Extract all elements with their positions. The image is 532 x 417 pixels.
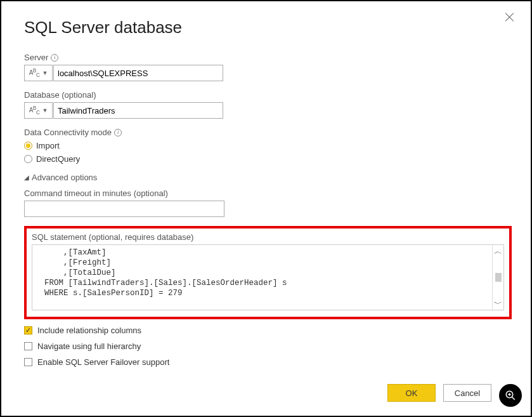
ok-button[interactable]: OK — [387, 384, 436, 402]
checkbox-unchecked-icon — [24, 358, 32, 366]
checkbox-hierarchy-label: Navigate using full hierarchy — [37, 341, 141, 351]
info-icon[interactable]: i — [51, 54, 58, 62]
advanced-options-label: Advanced options — [32, 173, 97, 182]
timeout-label: Command timeout in minutes (optional) — [24, 189, 512, 198]
chevron-down-icon: ▼ — [42, 70, 48, 76]
sql-text-content: ,[TaxAmt] ,[Freight] ,[TotalDue] FROM [T… — [32, 245, 492, 310]
radio-import-label: Import — [36, 141, 60, 150]
dialog-frame: SQL Server database Server i ABC ▼ Datab… — [0, 0, 532, 417]
radio-directquery[interactable]: DirectQuery — [24, 154, 512, 164]
database-input[interactable] — [53, 102, 223, 119]
sql-label: SQL statement (optional, requires databa… — [32, 232, 504, 242]
advanced-options-toggle[interactable]: ◢ Advanced options — [24, 173, 512, 182]
scroll-thumb[interactable] — [495, 273, 502, 282]
chevron-down-icon: ▼ — [42, 107, 48, 114]
database-type-dropdown[interactable]: ABC ▼ — [24, 102, 53, 119]
abc-icon: ABC — [29, 67, 40, 78]
server-field-row: ABC ▼ — [24, 65, 512, 81]
server-input[interactable] — [53, 65, 223, 81]
sql-textarea[interactable]: ,[TaxAmt] ,[Freight] ,[TotalDue] FROM [T… — [32, 244, 504, 310]
radio-directquery-label: DirectQuery — [36, 154, 80, 164]
radio-import[interactable]: Import — [24, 141, 512, 150]
connectivity-label: Data Connectivity mode i — [24, 128, 512, 137]
checkbox-relationship[interactable]: Include relationship columns — [24, 326, 512, 335]
checkbox-checked-icon — [24, 326, 32, 334]
checkbox-failover-label: Enable SQL Server Failover support — [37, 357, 169, 367]
radio-checked-icon — [24, 142, 32, 150]
timeout-input[interactable] — [24, 201, 224, 217]
svg-line-1 — [512, 397, 515, 400]
triangle-down-icon: ◢ — [24, 174, 29, 181]
checkbox-relationship-label: Include relationship columns — [37, 326, 141, 335]
info-icon[interactable]: i — [114, 129, 122, 136]
scrollbar[interactable]: ︿ ﹀ — [492, 245, 503, 310]
server-label: Server i — [24, 53, 512, 62]
close-icon[interactable] — [504, 11, 516, 23]
server-label-text: Server — [24, 53, 48, 62]
zoom-button[interactable] — [499, 384, 522, 407]
sql-statement-container: ,[TaxAmt] ,[Freight] ,[TotalDue] FROM [T… — [32, 244, 504, 310]
database-label-text: Database (optional) — [24, 90, 96, 100]
dialog-title: SQL Server database — [24, 18, 512, 37]
server-type-dropdown[interactable]: ABC ▼ — [24, 65, 53, 81]
database-label: Database (optional) — [24, 90, 512, 100]
checkbox-unchecked-icon — [24, 342, 32, 350]
connectivity-label-text: Data Connectivity mode — [24, 128, 112, 137]
abc-icon: ABC — [29, 105, 40, 116]
scroll-up-icon[interactable]: ︿ — [494, 247, 502, 255]
checkbox-hierarchy[interactable]: Navigate using full hierarchy — [24, 341, 512, 351]
cancel-button[interactable]: Cancel — [443, 384, 491, 402]
checkbox-failover[interactable]: Enable SQL Server Failover support — [24, 357, 512, 367]
magnify-plus-icon — [505, 390, 516, 401]
connectivity-radio-group: Import DirectQuery — [24, 141, 512, 164]
radio-unchecked-icon — [24, 155, 32, 163]
highlight-box: SQL statement (optional, requires databa… — [24, 226, 512, 319]
scroll-down-icon[interactable]: ﹀ — [494, 300, 502, 308]
database-field-row: ABC ▼ — [24, 102, 512, 119]
dialog-footer: OK Cancel — [387, 384, 491, 402]
